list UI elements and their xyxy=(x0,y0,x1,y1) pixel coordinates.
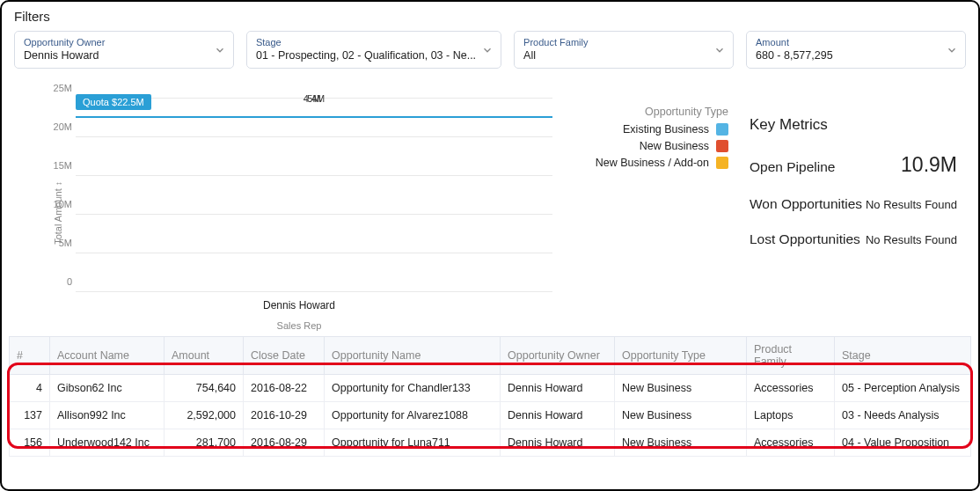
filter-value: All xyxy=(523,48,708,62)
legend-swatch xyxy=(716,140,728,152)
x-category-label: Dennis Howard xyxy=(263,299,335,311)
col-close-date[interactable]: Close Date xyxy=(244,337,325,375)
col-prod-family[interactable]: Product Family xyxy=(747,337,835,375)
filter-value: Dennis Howard xyxy=(24,48,208,62)
ytick: 10M xyxy=(46,199,72,209)
ytick: 15M xyxy=(46,160,72,171)
chart-grid: 0 5M 10M 15M 20M 25M Quota $22.5M 4.4M 5… xyxy=(76,99,552,292)
table-row[interactable]: 137Allison992 Inc2,592,000 2016-10-29Opp… xyxy=(10,402,971,429)
legend-item[interactable]: Existing Business xyxy=(552,123,728,136)
results-table: # Account Name Amount Close Date Opportu… xyxy=(9,336,971,457)
legend-item[interactable]: New Business xyxy=(552,140,728,152)
filter-value: 01 - Prospecting, 02 - Qualification, 03… xyxy=(256,48,476,62)
ytick: 5M xyxy=(46,238,72,248)
table-row[interactable]: 156Underwood142 Inc281,700 2016-08-29Opp… xyxy=(10,429,971,457)
filter-stage[interactable]: Stage 01 - Prospecting, 02 - Qualificati… xyxy=(246,31,501,69)
x-axis-label: Sales Rep xyxy=(277,320,322,331)
col-opp-type[interactable]: Opportunity Type xyxy=(615,337,747,375)
ytick: 0 xyxy=(46,276,72,287)
col-opp-owner[interactable]: Opportunity Owner xyxy=(501,337,615,375)
filter-label: Stage xyxy=(256,37,476,48)
ytick: 20M xyxy=(46,121,72,132)
table-header-row: # Account Name Amount Close Date Opportu… xyxy=(10,337,971,375)
chart-area: Total Amount ↕ 0 5M 10M 15M 20M 25M Quot… xyxy=(14,99,552,327)
filter-opportunity-owner[interactable]: Opportunity Owner Dennis Howard xyxy=(14,31,234,69)
col-opp-name[interactable]: Opportunity Name xyxy=(325,337,501,375)
metrics-title: Key Metrics xyxy=(750,116,957,134)
chevron-down-icon xyxy=(713,44,726,56)
key-metrics-panel: Key Metrics Open Pipeline 10.9M Won Oppo… xyxy=(728,99,966,327)
quota-reference-line xyxy=(76,116,552,118)
filters-title: Filters xyxy=(14,9,966,24)
filters-panel: Filters Opportunity Owner Dennis Howard … xyxy=(2,2,978,69)
table-row[interactable]: 4Gibson62 Inc754,640 2016-08-22Opportuni… xyxy=(10,375,971,402)
chevron-down-icon xyxy=(946,44,958,56)
results-table-wrap: # Account Name Amount Close Date Opportu… xyxy=(9,336,971,457)
col-stage[interactable]: Stage xyxy=(835,337,971,375)
chevron-down-icon xyxy=(214,44,226,56)
filter-value: 680 - 8,577,295 xyxy=(756,48,940,62)
legend-swatch xyxy=(716,157,728,169)
legend-item[interactable]: New Business / Add-on xyxy=(552,157,728,169)
col-index[interactable]: # xyxy=(10,337,50,375)
filter-label: Opportunity Owner xyxy=(24,37,208,48)
filter-label: Amount xyxy=(756,37,940,48)
ytick: 25M xyxy=(46,83,72,93)
chevron-down-icon xyxy=(481,44,494,56)
quota-badge: Quota $22.5M xyxy=(76,94,151,110)
filter-label: Product Family xyxy=(523,37,708,48)
col-account-name[interactable]: Account Name xyxy=(50,337,165,375)
filter-amount[interactable]: Amount 680 - 8,577,295 xyxy=(746,31,966,69)
legend-title: Opportunity Type xyxy=(552,106,728,118)
chart-legend: Opportunity Type Existing Business New B… xyxy=(552,99,728,327)
metric-won-opportunities: Won Opportunities No Results Found xyxy=(750,196,957,212)
legend-swatch xyxy=(716,123,728,136)
metric-lost-opportunities: Lost Opportunities No Results Found xyxy=(750,231,957,247)
col-amount[interactable]: Amount xyxy=(165,337,244,375)
y-axis-label: Total Amount ↕ xyxy=(53,182,63,246)
metric-open-pipeline: Open Pipeline 10.9M xyxy=(750,153,957,177)
filter-product-family[interactable]: Product Family All xyxy=(514,31,734,69)
